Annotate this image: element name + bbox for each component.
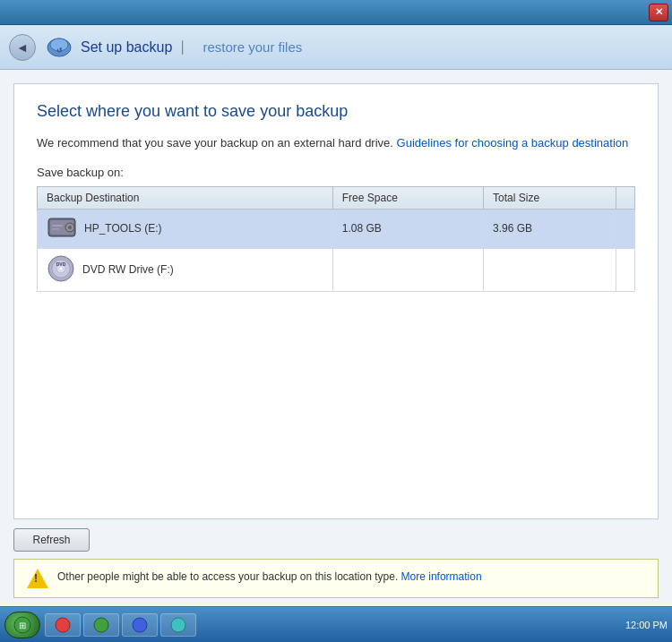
back-button[interactable]: ◄ [9, 34, 36, 61]
backup-nav-icon: ↺ [45, 33, 73, 62]
col-destination: Backup Destination [38, 186, 333, 209]
start-button[interactable]: ⊞ [4, 612, 40, 638]
hdd-total-size: 3.96 GB [484, 209, 616, 248]
svg-point-16 [56, 618, 70, 632]
content-panel: Select where you want to save your backu… [13, 83, 659, 519]
table-row[interactable]: HP_TOOLS (E:) 1.08 GB 3.96 GB [38, 209, 635, 248]
backup-table: Backup Destination Free Space Total Size [37, 186, 635, 292]
svg-rect-7 [52, 225, 63, 227]
nav-separator: │ [179, 40, 186, 54]
svg-point-17 [94, 618, 108, 632]
svg-point-12 [59, 267, 63, 270]
nav-bar: ◄ ↺ Set up backup │ restore your files [0, 25, 672, 70]
taskbar-clock: 12:00 PM [625, 620, 668, 630]
col-total-size: Total Size [484, 186, 616, 209]
hdd-icon [47, 215, 77, 243]
dvd-total-size [484, 248, 616, 291]
dvd-icon: DVD [47, 254, 75, 286]
svg-point-18 [133, 618, 147, 632]
warning-box: Other people might be able to access you… [13, 559, 659, 598]
close-button[interactable]: ✕ [649, 4, 668, 21]
svg-rect-8 [52, 228, 59, 230]
dvd-label: DVD RW Drive (F:) [82, 263, 174, 276]
restore-link[interactable]: restore your files [202, 39, 302, 55]
panel-description: We recommend that you save your backup o… [37, 134, 635, 152]
hdd-label: HP_TOOLS (E:) [84, 222, 161, 235]
taskbar-items [45, 613, 625, 637]
svg-point-19 [171, 618, 185, 632]
title-bar: ✕ [0, 0, 672, 25]
svg-text:↺: ↺ [56, 47, 63, 55]
warning-text: Other people might be able to access you… [57, 569, 482, 585]
more-information-link[interactable]: More information [401, 570, 482, 583]
save-label: Save backup on: [37, 166, 635, 179]
main-content: Select where you want to save your backu… [0, 70, 672, 642]
table-row[interactable]: DVD DVD RW Drive (F:) [38, 248, 635, 291]
hdd-free-space: 1.08 GB [332, 209, 483, 248]
taskbar-tray: 12:00 PM [625, 620, 668, 630]
refresh-row: Refresh [0, 528, 672, 559]
nav-title: Set up backup [81, 39, 172, 56]
taskbar-item-1[interactable] [45, 613, 81, 637]
col-free-space: Free Space [332, 186, 483, 209]
taskbar-item-4[interactable] [160, 613, 196, 637]
taskbar-item-2[interactable] [83, 613, 119, 637]
panel-title: Select where you want to save your backu… [37, 102, 635, 121]
svg-text:DVD: DVD [56, 261, 66, 267]
svg-text:⊞: ⊞ [19, 621, 26, 630]
taskbar: ⊞ 12:00 PM [0, 606, 672, 642]
taskbar-item-3[interactable] [122, 613, 158, 637]
warning-icon [27, 569, 48, 588]
refresh-button[interactable]: Refresh [13, 528, 90, 552]
svg-point-6 [68, 226, 72, 229]
dvd-free-space [332, 248, 483, 291]
guidelines-link[interactable]: Guidelines for choosing a backup destina… [397, 136, 629, 150]
